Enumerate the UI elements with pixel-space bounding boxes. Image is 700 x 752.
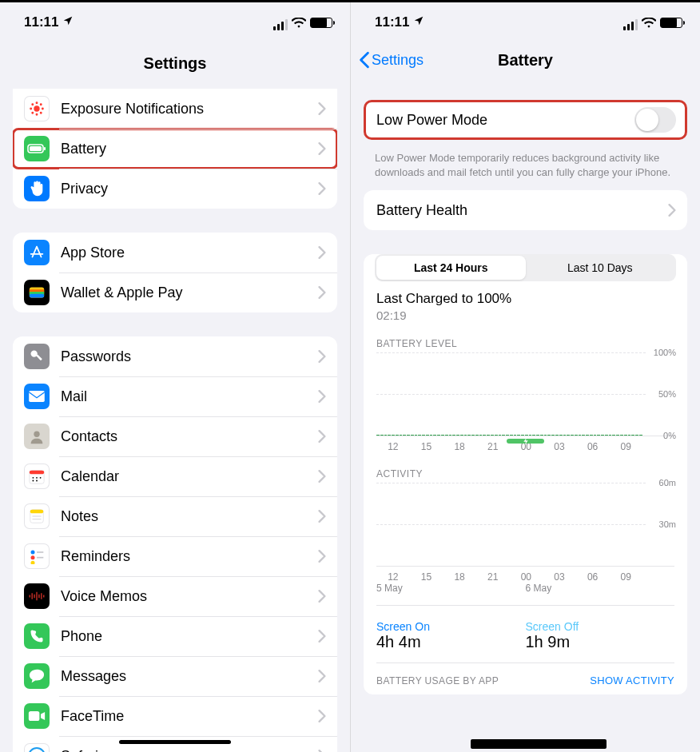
settings-screen: 11:11 Settings Exposure NotificationsBat… (0, 2, 350, 752)
svg-point-0 (34, 105, 39, 111)
settings-group: PasswordsMailContactsCalendarNotesRemind… (13, 336, 337, 752)
svg-point-16 (31, 351, 38, 357)
safari-icon (24, 743, 50, 752)
segment-10d[interactable]: Last 10 Days (526, 256, 675, 280)
date-labels: 5 May 6 May (364, 583, 687, 602)
row-label: Calendar (61, 468, 318, 485)
row-contacts[interactable]: Contacts (13, 416, 337, 456)
key-icon (24, 344, 50, 369)
location-icon (62, 15, 74, 26)
back-button[interactable]: Settings (359, 51, 424, 69)
svg-point-23 (33, 477, 34, 479)
chevron-right-icon (318, 350, 326, 363)
location-icon (413, 15, 424, 26)
row-safari[interactable]: Safari (13, 736, 337, 752)
chevron-right-icon (318, 286, 326, 299)
row-exposure[interactable]: Exposure Notifications (13, 89, 337, 129)
y-tick: 100% (654, 348, 676, 357)
row-battery[interactable]: Battery (13, 129, 337, 169)
red-sun-icon (24, 96, 50, 121)
row-label: Safari (61, 748, 318, 753)
settings-group: App StoreWallet & Apple Pay (13, 233, 337, 312)
row-reminders[interactable]: Reminders (13, 536, 337, 576)
activity-label: ACTIVITY (364, 464, 687, 483)
x-tick: 06 (576, 571, 610, 583)
row-phone[interactable]: Phone (13, 616, 337, 656)
row-passwords[interactable]: Passwords (13, 336, 337, 376)
y-tick: 0% (663, 431, 676, 440)
chevron-right-icon (318, 102, 326, 115)
row-wallet[interactable]: Wallet & Apple Pay (13, 273, 337, 312)
notes-icon (24, 503, 50, 529)
svg-point-32 (31, 551, 35, 555)
chevron-right-icon (318, 590, 326, 603)
bolt-icon (523, 438, 529, 444)
row-label: Low Power Mode (376, 112, 634, 129)
row-privacy[interactable]: Privacy (13, 169, 337, 209)
y-tick: 50% (658, 389, 676, 399)
row-label: Privacy (61, 181, 318, 197)
battery-screen: 11:11 Settings Battery Low Power Mode Lo… (350, 2, 700, 752)
svg-point-1 (36, 102, 38, 104)
row-battery-health[interactable]: Battery Health (364, 190, 687, 230)
nav-header: Settings Battery (351, 42, 700, 78)
row-appstore[interactable]: App Store (13, 233, 337, 273)
show-activity-link[interactable]: SHOW ACTIVITY (590, 674, 674, 686)
chevron-right-icon (318, 182, 326, 195)
home-indicator[interactable] (119, 740, 231, 744)
usage-by-app-row: BATTERY USAGE BY APP SHOW ACTIVITY (364, 670, 687, 686)
chevron-right-icon (318, 470, 326, 483)
svg-rect-15 (30, 294, 44, 298)
row-notes[interactable]: Notes (13, 496, 337, 536)
svg-point-33 (31, 555, 35, 559)
row-label: Voice Memos (61, 588, 318, 605)
chevron-right-icon (318, 510, 326, 523)
settings-group: Exposure NotificationsBatteryPrivacy (13, 89, 337, 209)
voice-icon (24, 583, 50, 609)
row-mail[interactable]: Mail (13, 376, 337, 416)
row-label: Mail (61, 388, 318, 405)
svg-point-6 (40, 104, 42, 105)
x-tick: 06 (576, 441, 610, 452)
toggle-low-power[interactable] (634, 107, 676, 133)
row-label: Phone (61, 628, 318, 645)
svg-point-3 (30, 108, 32, 109)
row-label: Notes (61, 508, 318, 525)
row-label: Reminders (61, 548, 318, 565)
usage-by-app-label: BATTERY USAGE BY APP (376, 675, 499, 686)
status-bar: 11:11 (0, 2, 350, 42)
chevron-right-icon (318, 670, 326, 682)
x-tick: 18 (443, 571, 476, 583)
redaction-bar (471, 739, 607, 749)
status-time: 11:11 (24, 14, 74, 30)
screen-usage-row: Screen On 4h 4m Screen Off 1h 9m (364, 612, 687, 659)
row-facetime[interactable]: FaceTime (13, 696, 337, 736)
status-bar: 11:11 (351, 2, 700, 42)
chevron-right-icon (318, 390, 326, 403)
row-calendar[interactable]: Calendar (13, 456, 337, 496)
screen-on-value: 4h 4m (376, 633, 526, 651)
back-label: Settings (372, 52, 424, 69)
nav-header: Settings (0, 42, 350, 89)
last-charged-time: 02:19 (364, 307, 687, 333)
row-label: Exposure Notifications (61, 101, 318, 117)
row-low-power-mode[interactable]: Low Power Mode (364, 100, 687, 140)
x-tick: 09 (609, 571, 642, 583)
svg-rect-11 (44, 147, 46, 150)
segment-24h[interactable]: Last 24 Hours (376, 256, 526, 280)
x-tick: 09 (609, 441, 642, 452)
svg-point-26 (33, 480, 34, 482)
page-title: Settings (0, 54, 350, 73)
x-tick: 03 (543, 441, 576, 452)
row-messages[interactable]: Messages (13, 656, 337, 696)
svg-rect-29 (30, 510, 44, 514)
svg-point-2 (36, 113, 38, 115)
row-label: Contacts (61, 428, 318, 445)
phone-icon (24, 623, 50, 649)
screen-off-col: Screen Off 1h 9m (526, 620, 675, 651)
chevron-right-icon (318, 550, 326, 563)
wifi-icon (292, 18, 306, 28)
date-right: 6 May (526, 583, 675, 594)
row-voicememos[interactable]: Voice Memos (13, 576, 337, 616)
time-range-segment[interactable]: Last 24 Hours Last 10 Days (375, 254, 676, 281)
